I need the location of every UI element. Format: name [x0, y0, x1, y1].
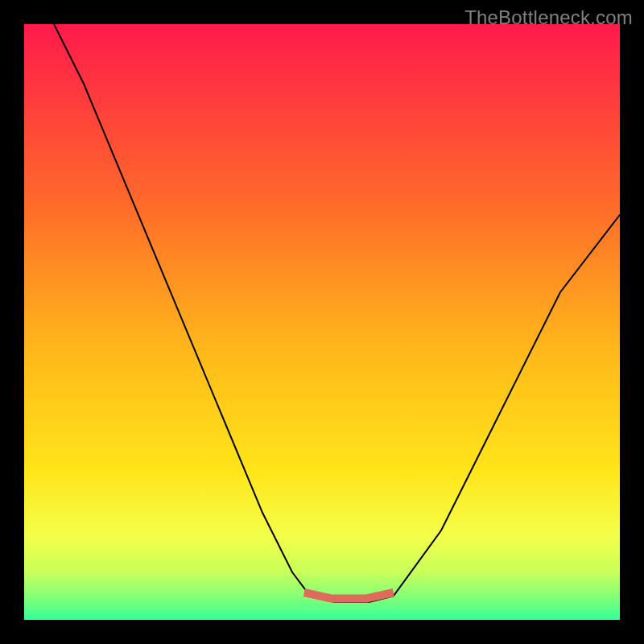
- watermark-text: TheBottleneck.com: [464, 6, 633, 29]
- gradient-background: [24, 24, 620, 620]
- chart-stage: TheBottleneck.com: [0, 0, 644, 644]
- chart-svg: [24, 24, 620, 620]
